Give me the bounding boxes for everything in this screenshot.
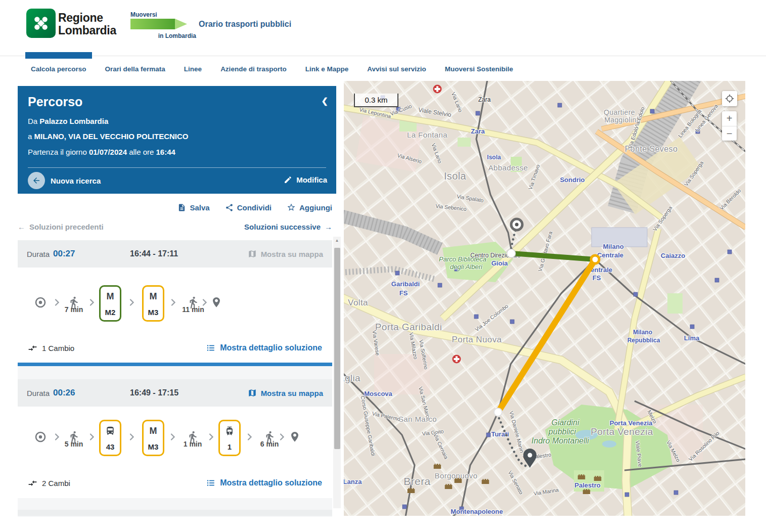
muoversi-brand: Muoversi in Lombardia: [130, 11, 196, 39]
collapse-panel-button[interactable]: ❮: [322, 96, 328, 106]
transit-stop-marker: [395, 271, 399, 275]
left-arrow-icon: ←: [18, 223, 25, 231]
chevron-right-icon: [171, 433, 175, 442]
solutions-pager: ← Soluzioni precedenti Soluzioni success…: [18, 219, 332, 234]
panel-title: Percorso: [28, 95, 82, 109]
scrollbar-thumb[interactable]: [334, 248, 340, 449]
page-title: Orario trasporti pubblici: [199, 20, 291, 29]
time-range: 16:44 - 17:11: [130, 249, 178, 258]
green-arrow-icon: [130, 18, 190, 30]
changes-count: 2 Cambi: [28, 478, 70, 488]
route-summary-panel: Percorso ❮ Da Palazzo Lombardia a MILANO…: [18, 86, 336, 194]
transit-stop-marker: [650, 109, 654, 113]
transit-stop-marker: [476, 111, 480, 115]
regione-lombardia-logo-icon: [26, 9, 56, 38]
list-icon: [206, 478, 215, 487]
solution-1-header: Durata 00:27 16:44 - 17:11 Mostra su map…: [18, 240, 332, 268]
back-arrow-icon: [28, 172, 45, 189]
tab-aziende-di-trasporto[interactable]: Aziende di trasporto: [215, 65, 292, 73]
main-nav: Calcola percorsoOrari della fermataLinee…: [0, 56, 766, 81]
show-solution-detail-button[interactable]: Mostra dettaglio soluzione: [206, 478, 322, 487]
metro-line-badge: MM3: [142, 420, 164, 456]
tab-link-e-mappe[interactable]: Link e Mappe: [300, 65, 354, 73]
map-scale: 0.3 km: [354, 94, 398, 107]
route-departure: Partenza il giorno 01/07/2024 alle ore 1…: [28, 148, 175, 156]
walk-leg-icon: 6 min: [263, 429, 276, 447]
chevron-right-icon: [203, 299, 207, 308]
transit-stop-marker: [674, 491, 678, 495]
transit-stop-marker: [460, 507, 464, 511]
zoom-out-button[interactable]: −: [722, 126, 737, 141]
show-on-map-button[interactable]: Mostra su mappa: [248, 388, 323, 397]
transit-stop-marker: [455, 267, 459, 271]
transit-stop-marker: [396, 107, 400, 111]
exchange-icon: [28, 343, 37, 353]
map-canvas[interactable]: ZaraIsolaSondrioGioiaGaribaldiFSMilanoCe…: [344, 81, 745, 516]
tab-linee[interactable]: Linee: [178, 65, 207, 73]
chevron-right-icon: [130, 433, 134, 442]
chevron-right-icon: [55, 299, 60, 308]
show-on-map-button: Mostra su mappa: [248, 249, 323, 258]
walk-leg-icon: 11 min: [187, 295, 200, 312]
walk-duration: 1 min: [184, 440, 202, 448]
results-scrollbar[interactable]: ▲: [333, 237, 341, 508]
locate-button[interactable]: [722, 91, 737, 106]
transit-stop-marker: [558, 103, 562, 107]
star-icon: [287, 203, 296, 212]
tab-calcola-percorso[interactable]: Calcola percorso: [25, 65, 92, 73]
chevron-right-icon: [248, 433, 252, 442]
crosshair-icon: [725, 94, 734, 103]
chevron-right-icon: [280, 433, 285, 442]
tab-avvisi-sul-servizio[interactable]: Avvisi sul servizio: [362, 65, 432, 73]
metro-line-badge: MM3: [142, 285, 164, 322]
chevron-right-icon: [55, 433, 60, 442]
add-favorite-button[interactable]: Aggiungi: [287, 203, 332, 212]
app-window: RegioneLombardia Muoversi in Lombardia O…: [0, 0, 766, 532]
destination-pin-icon: [289, 430, 301, 446]
transit-stop-marker: [402, 505, 407, 509]
changes-count: 1 Cambio: [28, 343, 74, 353]
transit-stop-marker: [728, 250, 732, 254]
zoom-in-button[interactable]: +: [722, 111, 737, 126]
solution-card-3-partial[interactable]: [18, 510, 332, 516]
walk-leg-icon: 5 min: [67, 429, 80, 447]
share-button[interactable]: Condividi: [225, 203, 272, 212]
walk-duration: 5 min: [65, 440, 83, 448]
new-search-button[interactable]: Nuova ricerca: [28, 172, 101, 189]
chevron-right-icon: [90, 433, 95, 442]
next-solutions-button[interactable]: Soluzioni successive →: [244, 223, 332, 231]
duration-value: 00:26: [53, 388, 75, 398]
right-arrow-icon: →: [325, 223, 332, 231]
previous-solutions-button[interactable]: ← Soluzioni precedenti: [18, 223, 104, 231]
tab-muoversi-sostenibile[interactable]: Muoversi Sostenibile: [439, 65, 519, 73]
show-solution-detail-button[interactable]: Mostra dettaglio soluzione: [206, 343, 322, 352]
save-button[interactable]: Salva: [177, 203, 209, 212]
destination-pin-icon: [210, 295, 222, 312]
transit-stop-marker: [474, 315, 478, 319]
modify-button[interactable]: Modifica: [284, 175, 327, 184]
transit-stop-marker: [510, 320, 514, 324]
zoom-control: + −: [722, 111, 737, 141]
map-icon: [248, 388, 257, 397]
walk-leg-icon: 7 min: [67, 295, 80, 312]
solution-2-header: Durata 00:26 16:49 - 17:15 Mostra su map…: [18, 379, 332, 407]
scroll-up-arrow-icon[interactable]: ▲: [333, 238, 341, 243]
time-range: 16:49 - 17:15: [130, 388, 178, 397]
solution-1-footer: 1 Cambio Mostra dettaglio soluzione: [28, 340, 322, 356]
exchange-icon: [28, 478, 37, 488]
solution-card-2[interactable]: Durata 00:26 16:49 - 17:15 Mostra su map…: [18, 379, 332, 498]
chevron-right-icon: [209, 433, 214, 442]
tram-line-badge: 1: [218, 420, 241, 456]
origin-icon: [34, 296, 47, 311]
solution-card-1[interactable]: Durata 00:27 16:44 - 17:11 Mostra su map…: [18, 240, 332, 366]
tab-orari-della-fermata[interactable]: Orari della fermata: [100, 65, 171, 73]
list-icon: [206, 343, 215, 352]
solution-actions: Salva Condividi Aggiungi: [18, 198, 332, 216]
transit-stop-marker: [696, 129, 700, 134]
metro-line-badge: MM2: [99, 285, 121, 322]
bus-line-badge: 43: [99, 420, 121, 456]
transit-stop-marker: [634, 292, 638, 296]
route-from: Da Palazzo Lombardia: [28, 117, 108, 125]
origin-icon: [34, 431, 47, 445]
chevron-right-icon: [130, 299, 134, 308]
